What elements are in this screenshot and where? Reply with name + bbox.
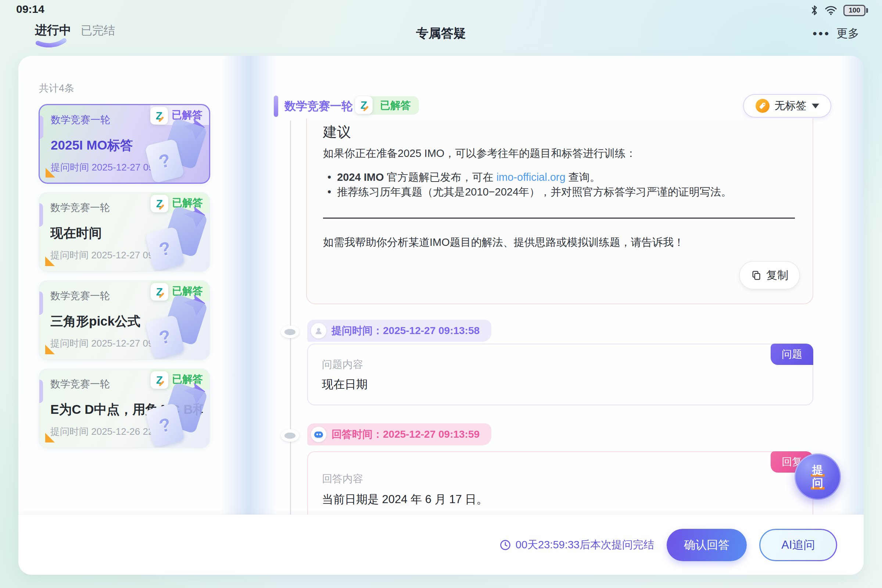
card-ask-time: 提问时间 2025-12-27 09:12:13: [50, 249, 180, 262]
tag-label: 无标签: [775, 99, 807, 113]
answered-status: 已解答: [370, 96, 419, 115]
card-status-badge: Z 已解答: [151, 369, 210, 389]
ellipsis-icon: •••: [813, 26, 831, 41]
imo-official-link[interactable]: imo-official.org: [496, 171, 566, 183]
robot-avatar: [311, 427, 326, 442]
card-ask-time: 提问时间 2025-12-26 22:23:53: [50, 425, 180, 438]
bullet-item: 推荐练习历年真题（尤其是2010−2024年），并对照官方标答学习严谨的证明写法…: [327, 184, 732, 199]
ask-button-line2: 问: [812, 477, 824, 489]
main-panel: 共计4条 数学竞赛一轮 Z 已解答 2025I MO标答 提问时间 2025-1…: [18, 56, 864, 575]
reply-content-text: 当前日期是 2024 年 6 月 17 日。: [322, 492, 488, 507]
ask-button-line1: 提: [812, 464, 824, 477]
copy-label: 复制: [766, 268, 788, 283]
tag-icon: [756, 99, 770, 113]
battery-icon: 100: [843, 5, 868, 16]
answer-intro: 如果你正在准备2025 IMO，可以参考往年的题目和标答进行训练：: [323, 146, 636, 161]
app-logo-icon: Z: [355, 96, 373, 114]
card-category: 数学竞赛一轮: [51, 113, 110, 126]
card-category: 数学竞赛一轮: [50, 289, 110, 303]
card-ask-time: 提问时间 2025-12-27 09:05:11: [50, 337, 179, 350]
card-status-badge: Z 已解答: [150, 105, 209, 125]
status-icons: 100: [810, 4, 868, 16]
app-logo-icon: Z: [151, 195, 168, 212]
user-avatar: [311, 323, 326, 339]
wifi-icon: [824, 5, 837, 16]
card-accent-notch: [39, 291, 43, 315]
answer-bullet-list: 2024 IMO 官方题解已发布，可在 imo-official.org 查询。…: [327, 170, 732, 199]
screen: 09:14 100 进行中 已完结 专属答疑 •••: [0, 0, 882, 588]
question-card: 问题 问题内容 现在日期: [307, 344, 813, 405]
bullet-suffix: 查询。: [566, 171, 600, 183]
reply-time-label: 回答时间：2025-12-27 09:13:59: [332, 428, 480, 441]
ask-floating-button[interactable]: 提 问: [795, 453, 841, 500]
card-status-badge: Z 已解答: [151, 193, 210, 213]
card-title: 三角形pick公式: [50, 313, 140, 330]
bullet-text: 推荐练习历年真题（尤其是2010−2024年），并对照官方标答学习严谨的证明写法…: [337, 184, 732, 199]
answered-status: 已解答: [172, 196, 203, 210]
battery-level: 100: [843, 5, 866, 16]
confirm-answer-button[interactable]: 确认回答: [667, 529, 747, 561]
answer-divider: [323, 218, 795, 219]
question-card-2[interactable]: 数学竞赛一轮 Z 已解答 现在时间 提问时间 2025-12-27 09:12:…: [39, 192, 210, 272]
card-title: E为C D中点，用角A C B和角A D B表…: [50, 401, 203, 418]
copy-icon: [751, 270, 762, 281]
reply-time-chip: 回答时间：2025-12-27 09:13:59: [307, 423, 491, 446]
question-ribbon: 问题: [771, 344, 813, 365]
tag-dropdown[interactable]: 无标签: [743, 94, 831, 118]
answered-status: 已解答: [172, 284, 203, 298]
content-accent-bar: [274, 96, 278, 117]
card-accent-notch: [39, 203, 43, 227]
card-accent-notch: [39, 116, 44, 139]
more-button[interactable]: ••• 更多: [813, 26, 859, 41]
app-logo-icon: Z: [151, 371, 168, 389]
copy-button[interactable]: 复制: [739, 261, 800, 290]
timeline-line: [290, 120, 291, 514]
answer-closing: 如需我帮助你分析某道IMO题目的解法、提供思路或模拟训练题，请告诉我！: [323, 235, 684, 250]
column-divider-glow: [221, 56, 276, 514]
question-count: 共计4条: [39, 82, 74, 95]
status-time: 09:14: [16, 3, 45, 15]
timeline-dot: [281, 429, 299, 442]
question-content-text: 现在日期: [322, 376, 368, 392]
answered-status: 已解答: [172, 108, 202, 122]
clock-icon: [500, 539, 511, 551]
page-title: 专属答疑: [0, 25, 882, 42]
ai-followup-button[interactable]: AI追问: [759, 529, 837, 561]
reply-card: 回复 回答内容 当前日期是 2024 年 6 月 17 日。: [307, 451, 813, 515]
question-card-3[interactable]: 数学竞赛一轮 Z 已解答 三角形pick公式 提问时间 2025-12-27 0…: [39, 280, 210, 360]
right-edge-glow: [840, 56, 864, 514]
answered-status: 已解答: [172, 372, 203, 386]
card-ask-time: 提问时间 2025-12-27 09:13:33: [51, 161, 180, 174]
countdown-text: 00天23:59:33后本次提问完结: [516, 538, 654, 552]
chevron-down-icon: [812, 104, 819, 108]
question-time-chip: 提问时间：2025-12-27 09:13:58: [307, 320, 491, 342]
bullet-bold: 2024 IMO: [337, 171, 384, 183]
app-logo-icon: Z: [151, 283, 168, 301]
bluetooth-icon: [810, 4, 818, 16]
question-time-label: 提问时间：2025-12-27 09:13:58: [332, 324, 480, 338]
more-label: 更多: [836, 26, 859, 41]
bottom-action-bar: 00天23:59:33后本次提问完结 确认回答 AI追问: [18, 514, 864, 575]
card-category: 数学竞赛一轮: [50, 201, 110, 214]
question-card-4[interactable]: 数学竞赛一轮 Z 已解答 E为C D中点，用角A C B和角A D B表… 提问…: [39, 369, 210, 448]
app-logo-icon: Z: [150, 107, 168, 124]
question-card-1[interactable]: 数学竞赛一轮 Z 已解答 2025I MO标答 提问时间 2025-12-27 …: [39, 104, 210, 184]
ai-followup-label: AI追问: [760, 530, 836, 560]
card-category: 数学竞赛一轮: [50, 377, 110, 391]
card-title: 现在时间: [50, 225, 102, 242]
reply-content-label: 回答内容: [322, 472, 363, 486]
content-status-badge: Z 已解答: [355, 96, 419, 115]
card-status-badge: Z 已解答: [151, 281, 210, 301]
bullet-text: 官方题解已发布，可在: [384, 171, 496, 183]
question-content-label: 问题内容: [322, 358, 363, 372]
card-accent-notch: [39, 380, 43, 403]
answer-heading: 建议: [323, 123, 351, 141]
timeline-dot: [281, 326, 299, 338]
card-title: 2025I MO标答: [51, 137, 133, 154]
countdown: 00天23:59:33后本次提问完结: [500, 538, 654, 552]
content-category: 数学竞赛一轮: [285, 99, 353, 114]
bullet-item: 2024 IMO 官方题解已发布，可在 imo-official.org 查询。: [327, 170, 732, 184]
answer-content-card: 建议 如果你正在准备2025 IMO，可以参考往年的题目和标答进行训练： 202…: [306, 118, 813, 304]
